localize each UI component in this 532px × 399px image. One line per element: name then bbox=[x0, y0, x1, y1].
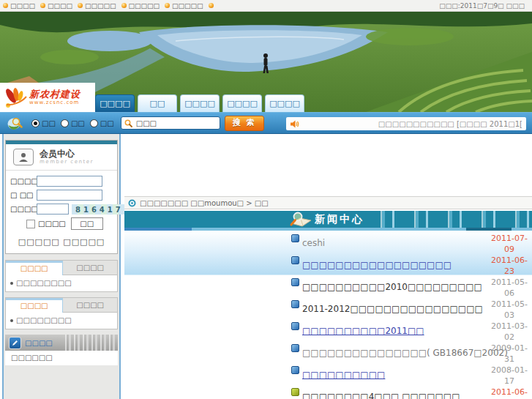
news-item-icon bbox=[291, 300, 299, 308]
sidebar-tab-inactive[interactable]: □□□□ bbox=[63, 261, 117, 275]
nav-tab[interactable]: □□□□ bbox=[95, 94, 135, 112]
radio-icon bbox=[31, 119, 40, 127]
news-list: ceshi 2011-07-09 □□□□□□□□□□□□□□□□□□ 2011… bbox=[124, 231, 532, 399]
announcement-bar: □□□□□□□□□□□ [□□□□ 2011□1[ bbox=[286, 117, 526, 130]
survey-banner[interactable]: □□□□ bbox=[5, 335, 118, 351]
nav-tab[interactable]: □□ bbox=[138, 94, 177, 112]
ball-icon bbox=[40, 3, 45, 8]
ball-icon bbox=[121, 3, 127, 8]
password-field[interactable] bbox=[37, 190, 102, 201]
register-forgot-links[interactable]: □□□□□ □□□□□ bbox=[10, 237, 113, 247]
news-item-date: 2011-05-03 bbox=[489, 299, 530, 321]
captcha-field[interactable] bbox=[37, 204, 69, 215]
search-scope-option[interactable]: □□ bbox=[56, 119, 85, 127]
captcha-label: □□□□ bbox=[10, 205, 37, 213]
ball-icon bbox=[209, 3, 214, 8]
member-panel-subtitle: member center bbox=[40, 159, 94, 165]
member-panel-header: 会员中心 member center bbox=[6, 144, 117, 171]
pen-icon bbox=[9, 337, 21, 349]
nav-tab[interactable]: □□□□ bbox=[265, 94, 304, 112]
news-item-title[interactable]: □□□□□□□□□□□□□□□□□□ bbox=[302, 260, 452, 270]
breadcrumb-text: □□□□□□□ □□moumou□ > □□ bbox=[140, 199, 269, 207]
site-header: 新农村建设 www.zcsnc.com □□□□ □□ □□□□ □□□□ □□… bbox=[0, 12, 532, 112]
news-book-magnifier-icon bbox=[288, 212, 312, 228]
news-item-title[interactable]: ceshi bbox=[302, 238, 325, 248]
news-item: □□□□□□□□□□2011□□ 2011-03-02 bbox=[124, 318, 532, 340]
member-panel-title: 会员中心 bbox=[40, 149, 94, 159]
sidebar-list-item[interactable]: □□□□□□□□ bbox=[6, 275, 117, 291]
news-item-date: 2011-06- bbox=[489, 387, 530, 398]
news-item-title[interactable]: □□□□□□□□□□2010□□□□□□□□□ bbox=[302, 282, 482, 292]
sidebar-tab-active[interactable]: □□□□ bbox=[6, 261, 63, 275]
news-item-title[interactable]: □□□□□□□□□□□□□□□( GB18667□2002) bbox=[302, 348, 508, 358]
main-nav: □□□□ □□ □□□□ □□□□ □□□□ bbox=[95, 94, 304, 112]
news-item-date: 2009-01-31 bbox=[489, 343, 530, 365]
topbar-link[interactable]: □□□□ bbox=[3, 2, 35, 10]
username-label: □□□□ bbox=[10, 177, 37, 185]
logo-title: 新农村建设 bbox=[29, 89, 80, 99]
search-scope-option[interactable]: □□ bbox=[26, 119, 56, 127]
top-bar: □□□□ □□□□ □□□□□ □□□□□ □□□□□ □□□:2011□7□9… bbox=[0, 0, 532, 12]
captcha-image: 816417 bbox=[72, 204, 125, 215]
news-item-date: 2011-06-23 bbox=[489, 255, 530, 277]
topbar-link[interactable]: □□□□□ bbox=[121, 2, 160, 10]
remember-checkbox[interactable] bbox=[26, 220, 35, 228]
sidebar-list-item-label: □□□□□□□□ bbox=[16, 279, 72, 287]
search-button[interactable]: 搜 索 bbox=[225, 116, 264, 131]
radio-icon bbox=[61, 119, 69, 127]
news-item-icon bbox=[291, 322, 299, 330]
news-item-title[interactable]: □□□□□□□□□□2011□□ bbox=[302, 326, 424, 336]
breadcrumb: □□□□□□□ □□moumou□ > □□ bbox=[124, 196, 532, 209]
topbar-link-label: □□□□ bbox=[48, 2, 72, 10]
news-item-title[interactable]: □□□□□□□□□□ bbox=[302, 370, 385, 380]
announcement-text: □□□□□□□□□□□ [□□□□ 2011□1[ bbox=[299, 120, 522, 128]
speaker-icon bbox=[290, 119, 299, 129]
sidebar-list-item[interactable]: □□□□□□□□ bbox=[6, 313, 117, 329]
news-item-icon bbox=[291, 256, 299, 264]
radio-label: □□ bbox=[100, 119, 114, 127]
topbar-link[interactable]: □□□□ bbox=[40, 2, 72, 10]
news-item-title[interactable]: 2011-2012□□□□□□□□□□□□□□□□ bbox=[302, 304, 483, 314]
topbar-link-label: □□□□□ bbox=[85, 2, 116, 10]
news-item-icon bbox=[291, 234, 299, 242]
logo-url-text: www.zcsnc.com bbox=[29, 100, 80, 105]
news-item: 2011-2012□□□□□□□□□□□□□□□□ 2011-05-03 bbox=[124, 297, 532, 318]
search-scope-option[interactable]: □□ bbox=[85, 119, 114, 127]
news-item-date: 2011-05-06 bbox=[489, 277, 530, 299]
nav-tab[interactable]: □□□□ bbox=[222, 94, 262, 112]
news-item-date: 2011-03-02 bbox=[489, 321, 530, 343]
topbar-link[interactable]: □□□□□ bbox=[78, 2, 116, 10]
sidebar-tab-inactive[interactable]: □□□□ bbox=[63, 298, 117, 313]
radio-label: □□ bbox=[42, 119, 56, 127]
bullet-icon bbox=[10, 319, 13, 322]
news-item: □□□□□□□□□□□□□□□□□□ 2011-06-23 bbox=[124, 253, 532, 275]
username-field[interactable] bbox=[37, 176, 102, 187]
survey-item[interactable]: □□□□□□ bbox=[5, 351, 118, 365]
stripe-decoration bbox=[371, 211, 532, 228]
survey-label: □□□□ bbox=[25, 339, 53, 347]
search-input[interactable] bbox=[135, 119, 217, 128]
page-body: 会员中心 member center □□□□ □ □□ □□□□ 816417 bbox=[0, 134, 532, 399]
ball-icon bbox=[165, 3, 170, 8]
news-item-icon bbox=[291, 388, 299, 396]
news-center-title: 新闻中心 bbox=[315, 213, 364, 226]
magnifier-icon bbox=[124, 119, 132, 127]
sidebar-tab-box: □□□□ □□□□ □□□□□□□□ bbox=[5, 260, 118, 292]
topbar-link[interactable]: □□□□□ bbox=[165, 2, 203, 10]
site-logo[interactable]: 新农村建设 www.zcsnc.com bbox=[0, 83, 95, 112]
current-date-text: □□□:2011□7□9□ □□□ bbox=[439, 2, 529, 10]
search-toolbar: □□ □□ □□ 搜 索 □□□□□□□□□□□ [□□□□ 2011□1[ bbox=[0, 112, 532, 134]
ball-icon bbox=[3, 3, 8, 8]
stripe-decoration bbox=[65, 335, 118, 351]
news-item-icon bbox=[291, 278, 299, 286]
radio-icon bbox=[90, 119, 98, 127]
member-person-icon bbox=[13, 149, 34, 165]
news-item-date: 2011-07-09 bbox=[489, 233, 530, 255]
ball-icon bbox=[78, 3, 83, 8]
login-button[interactable]: □□ bbox=[71, 217, 103, 230]
news-item-title[interactable]: □□□□□□□□4□□□ □□□□□□□ bbox=[302, 392, 460, 399]
news-item: ceshi 2011-07-09 bbox=[124, 231, 532, 253]
news-item-icon bbox=[291, 344, 299, 352]
sidebar-tab-active[interactable]: □□□□ bbox=[6, 298, 63, 313]
nav-tab[interactable]: □□□□ bbox=[180, 94, 220, 112]
